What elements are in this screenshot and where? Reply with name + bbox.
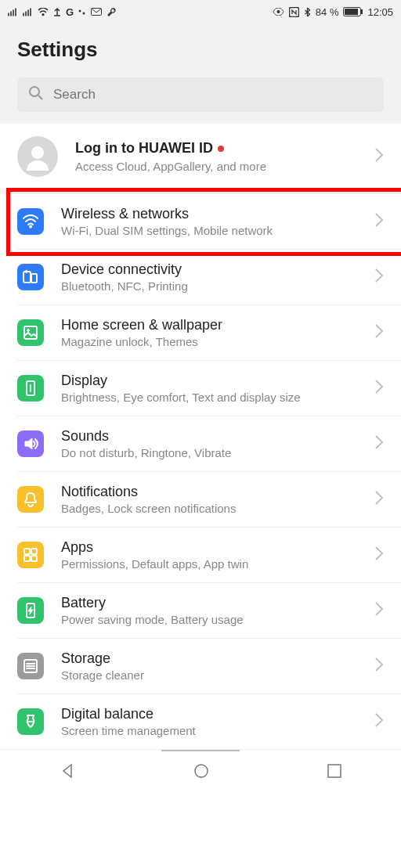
settings-item-notifications[interactable]: NotificationsBadges, Lock screen notific… [17, 472, 401, 528]
settings-item-digital-balance[interactable]: Digital balanceScreen time management [17, 694, 401, 749]
svg-rect-11 [31, 274, 37, 283]
upload-icon [53, 7, 61, 16]
nav-indicator [161, 750, 240, 751]
account-title: Log in to HUAWEI ID [75, 140, 213, 157]
header: Settings [0, 23, 401, 77]
svg-rect-7 [361, 9, 363, 14]
svg-rect-6 [345, 9, 358, 15]
signal-2-icon [23, 8, 33, 16]
item-title: Battery [61, 595, 374, 611]
wifi-icon [17, 208, 44, 235]
item-subtitle: Wi-Fi, Dual SIM settings, Mobile network [61, 224, 374, 237]
battery-icon [343, 7, 363, 16]
item-title: Storage [61, 650, 374, 667]
bluetooth-icon [304, 7, 311, 17]
wrench-icon [107, 7, 116, 16]
svg-rect-15 [24, 549, 30, 554]
svg-point-3 [276, 10, 280, 13]
item-content: DisplayBrightness, Eye comfort, Text and… [61, 373, 374, 404]
settings-list: Wireless & networksWi-Fi, Dual SIM setti… [0, 194, 401, 749]
device-link-icon [17, 264, 44, 290]
navigation-bar [0, 749, 401, 794]
svg-point-0 [79, 10, 81, 13]
chevron-right-icon [374, 712, 384, 731]
chevron-right-icon [374, 268, 384, 286]
svg-point-8 [30, 87, 39, 96]
nav-back-button[interactable] [59, 762, 76, 783]
account-title-row: Log in to HUAWEI ID [75, 140, 374, 157]
item-content: Digital balanceScreen time management [61, 706, 374, 737]
settings-item-display[interactable]: DisplayBrightness, Eye comfort, Text and… [17, 361, 401, 416]
svg-rect-22 [328, 765, 341, 777]
search-icon [28, 85, 44, 104]
nfc-icon [289, 7, 299, 17]
item-subtitle: Magazine unlock, Themes [61, 335, 374, 348]
bell-icon [17, 486, 44, 513]
chevron-right-icon [374, 546, 384, 564]
item-title: Home screen & wallpaper [61, 317, 374, 333]
svg-rect-17 [24, 556, 30, 561]
settings-item-wireless-networks[interactable]: Wireless & networksWi-Fi, Dual SIM setti… [17, 194, 401, 250]
speaker-icon [17, 430, 44, 457]
item-subtitle: Bluetooth, NFC, Printing [61, 279, 374, 293]
settings-item-home-screen-wallpaper[interactable]: Home screen & wallpaperMagazine unlock, … [17, 305, 401, 361]
item-content: StorageStorage cleaner [61, 650, 374, 682]
wifi-icon [38, 8, 49, 16]
nav-recents-button[interactable] [327, 763, 342, 782]
item-title: Device connectivity [61, 261, 374, 278]
svg-rect-12 [24, 326, 37, 339]
status-right: 84 % 12:05 [273, 6, 393, 18]
chevron-right-icon [374, 657, 384, 675]
avatar [17, 136, 58, 177]
status-left: G [8, 6, 116, 18]
svg-rect-16 [31, 549, 37, 554]
item-title: Digital balance [61, 706, 374, 722]
svg-point-1 [83, 13, 85, 15]
account-text: Log in to HUAWEI ID Access Cloud, AppGal… [75, 140, 374, 173]
svg-point-9 [31, 146, 44, 159]
search-input[interactable] [53, 87, 373, 103]
item-content: NotificationsBadges, Lock screen notific… [61, 484, 374, 515]
settings-item-device-connectivity[interactable]: Device connectivityBluetooth, NFC, Print… [17, 250, 401, 305]
signal-1-icon [8, 8, 18, 16]
battery-pct: 84 % [316, 6, 339, 18]
item-subtitle: Brightness, Eye comfort, Text and displa… [61, 391, 374, 404]
google-g-icon: G [66, 6, 74, 18]
item-title: Wireless & networks [61, 206, 374, 222]
item-subtitle: Badges, Lock screen notifications [61, 502, 374, 515]
settings-item-storage[interactable]: StorageStorage cleaner [17, 639, 401, 694]
wallpaper-icon [17, 319, 44, 346]
apps-grid-icon [17, 542, 44, 568]
chevron-right-icon [374, 212, 384, 231]
chevron-right-icon [374, 490, 384, 509]
item-content: AppsPermissions, Default apps, App twin [61, 539, 374, 571]
notification-dot-icon [218, 146, 224, 152]
item-title: Notifications [61, 484, 374, 500]
item-subtitle: Storage cleaner [61, 668, 374, 682]
phone-display-icon [17, 375, 44, 402]
account-row[interactable]: Log in to HUAWEI ID Access Cloud, AppGal… [0, 124, 401, 194]
svg-rect-18 [31, 556, 37, 561]
eye-icon [273, 8, 284, 16]
settings-item-apps[interactable]: AppsPermissions, Default apps, App twin [17, 528, 401, 583]
item-subtitle: Power saving mode, Battery usage [61, 613, 374, 626]
dots-icon [78, 8, 86, 16]
nav-home-button[interactable] [193, 762, 210, 783]
svg-point-21 [195, 765, 208, 777]
item-content: SoundsDo not disturb, Ringtone, Vibrate [61, 428, 374, 459]
item-title: Sounds [61, 428, 374, 445]
battery-charging-icon [17, 597, 44, 624]
item-subtitle: Do not disturb, Ringtone, Vibrate [61, 446, 374, 459]
item-content: Wireless & networksWi-Fi, Dual SIM setti… [61, 206, 374, 237]
mail-icon [91, 8, 102, 16]
settings-item-battery[interactable]: BatteryPower saving mode, Battery usage [17, 583, 401, 639]
item-title: Apps [61, 539, 374, 556]
item-subtitle: Permissions, Default apps, App twin [61, 557, 374, 571]
chevron-right-icon [374, 379, 384, 398]
svg-rect-10 [23, 272, 31, 283]
svg-point-13 [27, 330, 30, 332]
chevron-right-icon [374, 601, 384, 620]
search-box[interactable] [17, 77, 384, 112]
item-content: Device connectivityBluetooth, NFC, Print… [61, 261, 374, 293]
settings-item-sounds[interactable]: SoundsDo not disturb, Ringtone, Vibrate [17, 416, 401, 472]
